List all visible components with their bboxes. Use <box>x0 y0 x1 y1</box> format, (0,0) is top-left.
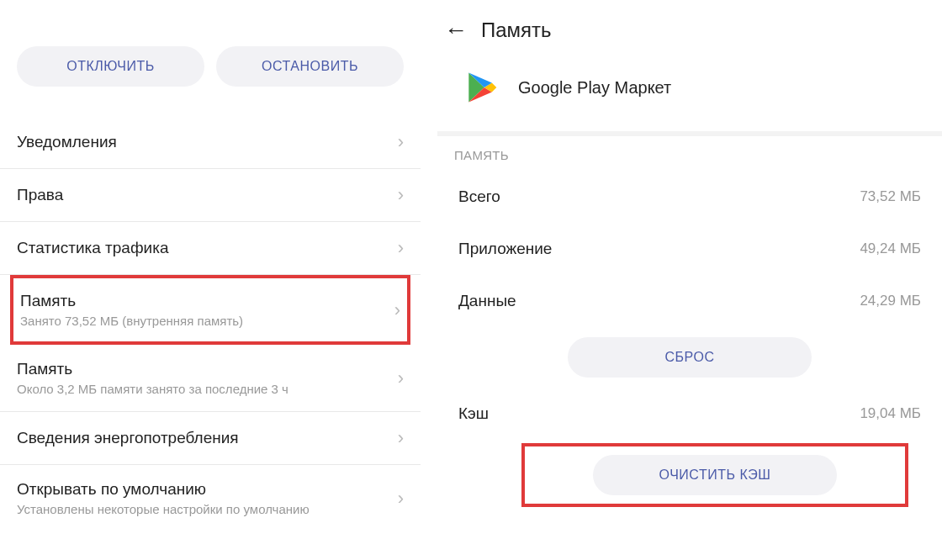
info-row-app: Приложение 49,24 МБ <box>437 223 942 275</box>
chevron-right-icon: › <box>398 237 404 259</box>
info-label: Кэш <box>458 404 489 423</box>
chevron-right-icon: › <box>398 488 404 510</box>
back-arrow-icon[interactable]: ← <box>444 17 468 44</box>
info-value: 19,04 МБ <box>860 405 921 422</box>
info-value: 73,52 МБ <box>860 188 921 205</box>
disable-button[interactable]: ОТКЛЮЧИТЬ <box>17 46 204 87</box>
chevron-right-icon: › <box>398 131 404 153</box>
info-row-total: Всего 73,52 МБ <box>437 171 942 223</box>
highlight-box-clear-cache: ОЧИСТИТЬ КЭШ <box>521 443 908 507</box>
stop-button[interactable]: ОСТАНОВИТЬ <box>216 46 404 87</box>
highlight-box-storage: Память Занято 73,52 МБ (внутренняя памят… <box>10 275 410 345</box>
info-label: Приложение <box>458 240 552 258</box>
reset-button[interactable]: СБРОС <box>568 337 812 378</box>
list-item-title: Память <box>17 360 288 378</box>
info-row-cache: Кэш 19,04 МБ <box>437 388 942 440</box>
list-item-title: Память <box>20 292 243 310</box>
google-play-icon <box>463 69 500 106</box>
list-item-subtitle: Около 3,2 МБ памяти занято за последние … <box>17 382 288 396</box>
page-title: Память <box>481 18 552 42</box>
list-item-title: Права <box>17 186 63 204</box>
list-item-memory[interactable]: Память Около 3,2 МБ памяти занято за пос… <box>0 345 421 412</box>
left-panel: ОТКЛЮЧИТЬ ОСТАНОВИТЬ Уведомления › Права… <box>0 0 421 560</box>
clear-cache-button-wrap: ОЧИСТИТЬ КЭШ <box>525 455 905 495</box>
chevron-right-icon: › <box>394 299 400 321</box>
list-item-subtitle: Занято 73,52 МБ (внутренняя память) <box>20 314 243 328</box>
list-item-permissions[interactable]: Права › <box>0 169 421 222</box>
list-item-default-open[interactable]: Открывать по умолчанию Установлены некот… <box>0 465 421 531</box>
chevron-right-icon: › <box>398 367 404 389</box>
list-item-title: Сведения энергопотребления <box>17 429 239 447</box>
list-item-traffic-stats[interactable]: Статистика трафика › <box>0 222 421 275</box>
info-label: Данные <box>458 292 516 310</box>
list-item-power[interactable]: Сведения энергопотребления › <box>0 412 421 465</box>
chevron-right-icon: › <box>398 427 404 449</box>
info-label: Всего <box>458 188 500 206</box>
app-name: Google Play Маркет <box>518 78 671 98</box>
reset-button-wrap: СБРОС <box>437 327 942 388</box>
app-header: Google Play Маркет <box>437 59 942 131</box>
section-header-memory: ПАМЯТЬ <box>437 131 942 171</box>
list-item-title: Статистика трафика <box>17 239 168 257</box>
info-value: 49,24 МБ <box>860 240 921 257</box>
right-panel: ← Память Google Play Маркет ПАМЯТЬ Всего… <box>437 0 942 560</box>
info-value: 24,29 МБ <box>860 293 921 309</box>
list-item-notifications[interactable]: Уведомления › <box>0 116 421 169</box>
list-item-subtitle: Установлены некоторые настройки по умолч… <box>17 502 310 516</box>
button-row: ОТКЛЮЧИТЬ ОСТАНОВИТЬ <box>0 46 421 99</box>
list-item-storage[interactable]: Память Занято 73,52 МБ (внутренняя памят… <box>13 278 407 341</box>
top-bar: ← Память <box>437 17 942 59</box>
list-item-title: Уведомления <box>17 133 117 151</box>
clear-cache-button[interactable]: ОЧИСТИТЬ КЭШ <box>593 455 837 495</box>
chevron-right-icon: › <box>398 184 404 206</box>
list-item-title: Открывать по умолчанию <box>17 480 310 499</box>
info-row-data: Данные 24,29 МБ <box>437 275 942 327</box>
